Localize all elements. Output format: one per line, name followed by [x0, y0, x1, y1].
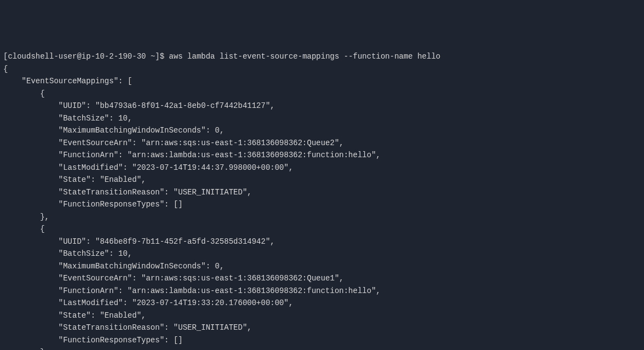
- json-key: State: [63, 175, 86, 184]
- json-line: {: [3, 223, 641, 236]
- json-key: EventSourceArn: [63, 274, 128, 283]
- json-key: BatchSize: [63, 114, 105, 123]
- json-line: "FunctionArn": "arn:aws:lambda:us-east-1…: [3, 285, 641, 297]
- json-line: "LastModified": "2023-07-14T19:33:20.176…: [3, 297, 641, 309]
- prompt-user: cloudshell-user: [8, 52, 77, 61]
- json-key: LastModified: [63, 163, 118, 172]
- json-value: 10: [118, 114, 128, 123]
- json-line: "MaximumBatchingWindowInSeconds": 0,: [3, 124, 641, 137]
- json-value: Enabled: [105, 311, 137, 320]
- json-line: {: [3, 88, 641, 100]
- json-key: EventSourceArn: [63, 139, 128, 147]
- json-value: 0: [215, 262, 219, 271]
- prompt-symbol: $: [160, 52, 164, 61]
- json-line: "EventSourceMappings": [: [3, 75, 641, 88]
- json-key: MaximumBatchingWindowInSeconds: [63, 126, 201, 135]
- json-value: []: [174, 200, 183, 209]
- json-line: },: [3, 211, 641, 223]
- json-value: 2023-07-14T19:44:37.998000+00:00: [137, 163, 284, 172]
- json-key: FunctionArn: [63, 151, 113, 159]
- json-line: "BatchSize": 10,: [3, 248, 641, 260]
- json-line: "UUID": "846be8f9-7b11-452f-a5fd-32585d3…: [3, 236, 641, 248]
- command-text: aws lambda list-event-source-mappings --…: [169, 52, 441, 61]
- json-line: "State": "Enabled",: [3, 309, 641, 322]
- json-value: Enabled: [105, 175, 137, 184]
- prompt-cwd: ~: [151, 52, 155, 61]
- json-value: 10: [118, 249, 128, 258]
- json-arr-open: [: [128, 77, 132, 85]
- json-value: arn:aws:sqs:us-east-1:368136098362:Queue…: [146, 274, 334, 283]
- json-key: BatchSize: [63, 249, 105, 258]
- json-value: USER_INITIATED: [178, 188, 243, 197]
- json-line: "FunctionArn": "arn:aws:lambda:us-east-1…: [3, 149, 641, 162]
- json-value: arn:aws:sqs:us-east-1:368136098362:Queue…: [146, 139, 334, 147]
- json-line: "MaximumBatchingWindowInSeconds": 0,: [3, 260, 641, 273]
- json-key: UUID: [63, 237, 82, 246]
- json-key: FunctionResponseTypes: [63, 336, 159, 345]
- json-key: LastModified: [63, 299, 118, 307]
- json-key: MaximumBatchingWindowInSeconds: [63, 262, 201, 271]
- json-line: "State": "Enabled",: [3, 174, 641, 186]
- json-value: bb4793a6-8f01-42a1-8eb0-cf7442b41127: [100, 101, 265, 110]
- json-line: "FunctionResponseTypes": []: [3, 198, 641, 211]
- json-value: 846be8f9-7b11-452f-a5fd-32585d314942: [100, 237, 265, 246]
- json-line: "BatchSize": 10,: [3, 112, 641, 125]
- json-line: "LastModified": "2023-07-14T19:44:37.998…: [3, 162, 641, 174]
- json-key: StateTransitionReason: [63, 323, 159, 332]
- prompt-line-1: [cloudshell-user@ip-10-2-190-30 ~]$ aws …: [3, 50, 641, 63]
- json-value: 2023-07-14T19:33:20.176000+00:00: [137, 299, 284, 307]
- json-key-esm: EventSourceMappings: [26, 77, 114, 85]
- json-key: FunctionResponseTypes: [63, 200, 159, 209]
- terminal-output[interactable]: [cloudshell-user@ip-10-2-190-30 ~]$ aws …: [3, 50, 641, 350]
- json-line: "UUID": "bb4793a6-8f01-42a1-8eb0-cf7442b…: [3, 100, 641, 112]
- json-root-open: {: [3, 63, 641, 76]
- json-key: StateTransitionReason: [63, 188, 159, 197]
- json-key: UUID: [63, 101, 82, 110]
- json-line: "FunctionResponseTypes": []: [3, 334, 641, 347]
- json-line: "EventSourceArn": "arn:aws:sqs:us-east-1…: [3, 137, 641, 150]
- json-value: USER_INITIATED: [178, 323, 243, 332]
- json-key: FunctionArn: [63, 286, 113, 295]
- json-key: State: [63, 311, 86, 320]
- json-line: "EventSourceArn": "arn:aws:sqs:us-east-1…: [3, 272, 641, 285]
- json-value: []: [174, 336, 183, 345]
- json-line: "StateTransitionReason": "USER_INITIATED…: [3, 186, 641, 199]
- json-value: arn:aws:lambda:us-east-1:368136098362:fu…: [132, 286, 371, 295]
- json-value: 0: [215, 126, 219, 135]
- prompt-host: ip-10-2-190-30: [82, 52, 146, 61]
- json-line: "StateTransitionReason": "USER_INITIATED…: [3, 322, 641, 334]
- json-value: arn:aws:lambda:us-east-1:368136098362:fu…: [132, 151, 371, 159]
- json-line: }: [3, 346, 641, 350]
